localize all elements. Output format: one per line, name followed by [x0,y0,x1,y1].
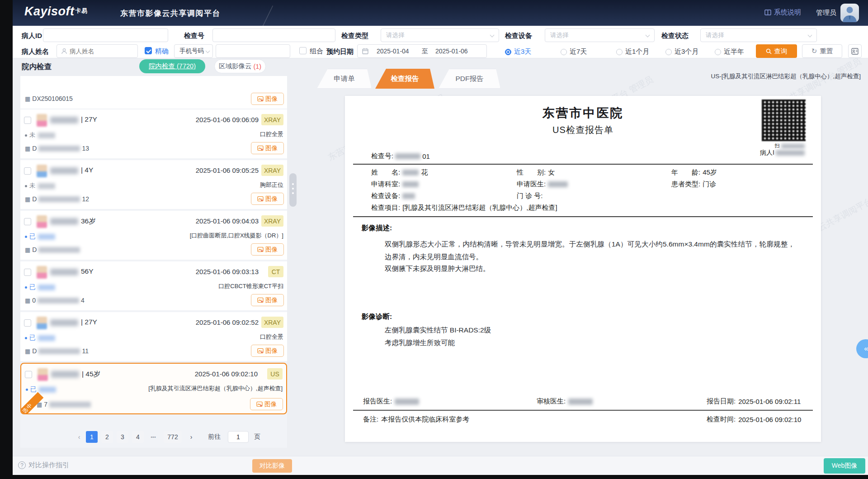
view-image-button[interactable]: 图像 [251,142,284,154]
grid-icon: ▦ [25,95,30,102]
tab-regional-cloud[interactable]: 区域影像云(1) [214,59,266,73]
patient-age: | 27Y [81,318,97,326]
view-image-button[interactable]: 图像 [251,243,284,256]
patient-id-input[interactable] [43,28,168,42]
status-dot [26,389,28,391]
tab-exam-report[interactable]: 检查报告 [375,69,434,89]
range-1month-radio[interactable]: 近1个月 [616,47,649,56]
web-image-button[interactable]: Web图像 [824,458,865,474]
divider [353,164,813,165]
view-image-button[interactable]: 图像 [251,193,284,205]
image-icon [256,401,263,407]
exam-list-item[interactable]: | 27Y 2025-01-06 09:02:52 XRAY 已 口腔全景 ▦D… [20,312,287,361]
range-7days-radio[interactable]: 近7天 [561,47,587,56]
view-image-button[interactable]: 图像 [251,294,284,306]
tab-internal-exams[interactable]: 院内检查 (7720) [139,59,205,73]
range-3days-radio[interactable]: 近3天 [505,47,531,56]
exam-type-select[interactable]: 请选择 [381,28,499,42]
combine-checkbox[interactable] [299,47,307,54]
exam-no-input[interactable] [212,28,335,42]
system-help-link[interactable]: 系统说明 [764,8,801,17]
exam-list-item[interactable]: 56Y 2025-01-06 09:03:13 CT 已 口腔CBCT锥形束CT… [20,261,287,310]
review-doctor: 审核医生: [537,397,593,406]
report-status: 未 [25,131,55,139]
exam-timestamp: 2025-01-06 09:03:13 [196,268,259,275]
report-status: 已 [26,385,56,394]
goto-unit-label: 页 [254,433,260,441]
view-image-button[interactable]: 图像 [250,398,283,410]
report-status: 未 [25,182,55,190]
person-icon [840,4,859,22]
item-checkbox[interactable] [24,269,31,276]
redacted-accession [38,298,79,304]
status-dot [25,134,27,137]
phone-type-select[interactable]: 手机号码 [174,44,213,58]
exam-list-item[interactable]: | 4Y 2025-01-06 09:05:25 XRAY 未 胸部正位 ▦D1… [20,160,287,209]
report-status: 已 [25,232,55,241]
prev-page-button[interactable]: ‹ [73,431,85,443]
exam-list-item[interactable]: 36岁 2025-01-06 09:04:03 XRAY 已 [口腔曲面断层,口… [20,211,287,260]
report-title: US检查报告单 [345,124,821,136]
user-avatar[interactable] [840,4,859,22]
page-button-1[interactable]: 1 [86,431,98,443]
exact-match-checkbox[interactable] [145,47,152,54]
patient-age: | 45岁 [82,370,100,379]
goto-page-input[interactable] [228,431,249,443]
date-to-label: 至 [422,47,428,56]
grid-icon: ▦ [25,348,30,355]
exam-type-label: 检查类型 [341,29,368,43]
item-checkbox[interactable] [25,371,32,378]
patient-avatar [37,266,47,279]
field-exam-item: 检查项目:[乳腺及其引流区淋巴结彩超（乳腺中心）,超声检查] [371,204,557,212]
redacted-accession [38,247,80,253]
item-checkbox[interactable] [24,319,31,327]
range-1month-label: 近1个月 [625,47,649,56]
exam-list-item-partial[interactable]: ▦DX250106015 图像 [20,76,287,109]
next-page-button[interactable]: › [185,431,197,443]
view-image-button[interactable]: 图像 [251,345,284,357]
compare-images-button[interactable]: 对比影像 [252,459,292,473]
field-name: 姓 名:花 [371,168,428,177]
field-request-doctor: 申请医生: [517,180,568,189]
tab-request-form[interactable]: 申请单 [317,69,372,89]
item-checkbox[interactable] [24,167,31,175]
exam-no-label: 检查号 [184,29,204,43]
exam-status-select[interactable]: 请选择 [700,28,817,42]
page-button-last[interactable]: 772 [164,431,182,443]
date-range-picker[interactable]: 2025-01-04 至 2025-01-06 [357,44,487,58]
layout-toggle-button[interactable] [848,44,862,58]
phone-number-input[interactable] [216,44,290,58]
item-checkbox[interactable] [24,117,31,124]
search-button[interactable]: 查询 [756,44,797,58]
patient-name-label: 病人姓名 [22,45,49,58]
page-ellipsis[interactable]: ••• [147,431,159,443]
exam-status-label: 检查状态 [661,29,689,43]
exam-device-select[interactable]: 请选择 [545,28,655,42]
pagination: ‹ 1 2 3 4 ••• 772 › 前往 页 [28,431,295,444]
page-button-3[interactable]: 3 [117,431,128,443]
report-exam-no: 检查号:01 [371,152,430,161]
field-department: 申请科室: [371,180,419,189]
current-user-label[interactable]: 管理员 [816,9,836,17]
page-button-2[interactable]: 2 [101,431,113,443]
range-halfyear-radio[interactable]: 近半年 [715,47,744,56]
tab-pdf-report[interactable]: PDF报告 [439,69,500,89]
patient-name-field[interactable] [57,44,138,58]
image-icon [257,247,264,252]
reset-button[interactable]: ↻ 重置 [802,44,842,58]
view-image-button[interactable]: 图像 [251,93,284,105]
patient-name-input[interactable] [70,45,135,57]
panel-resize-handle[interactable] [289,173,297,207]
exam-list-item[interactable]: | 27Y 2025-01-06 09:06:09 XRAY 未 口腔全景 ▦D… [20,109,287,158]
patient-avatar [38,368,48,381]
page-button-4[interactable]: 4 [132,431,144,443]
exam-list-item-selected[interactable]: | 45岁 2025-01-06 09:02:10 US 已 [乳腺及其引流区淋… [20,363,287,414]
item-checkbox[interactable] [24,218,31,225]
exam-timestamp: 2025-01-06 09:04:03 [196,217,259,225]
compare-guide-link[interactable]: ? 对比操作指引 [18,461,69,470]
exam-description: 口腔CBCT锥形束CT平扫 [218,282,283,290]
exam-description: 口腔全景 [260,130,283,138]
imaging-description-text: 双侧乳腺形态大小正常，内结构清晰，导管未见明显增宽。于左侧乳腺（1A）可见大小约… [385,238,795,263]
range-3months-radio[interactable]: 近3个月 [665,47,698,56]
exam-description: [乳腺及其引流区淋巴结彩超（乳腺中心）,超声检查] [148,384,283,393]
